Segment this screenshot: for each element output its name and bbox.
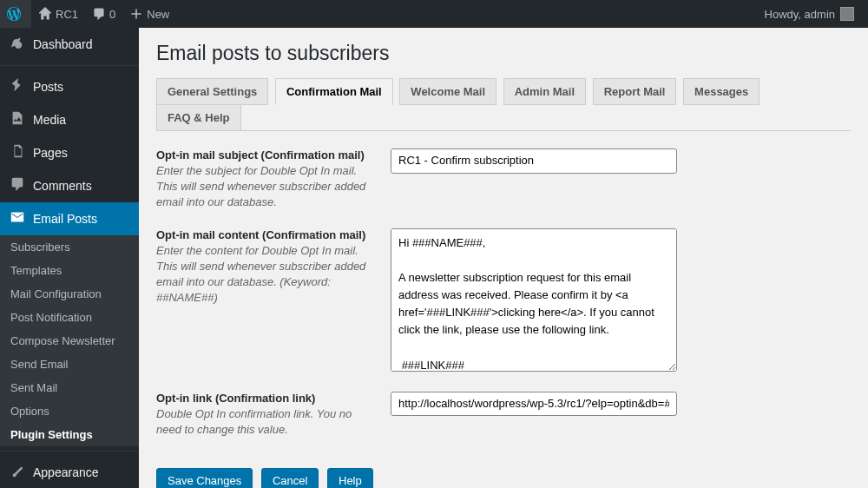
comment-icon (9, 176, 26, 195)
media-icon (9, 110, 26, 129)
sidebar-item-email-posts[interactable]: Email Posts (0, 202, 139, 235)
button-row: Save Changes Cancel Help (156, 468, 851, 488)
optin-link-label: Opt-in link (Confirmation link) (156, 392, 373, 405)
tab-admin-mail[interactable]: Admin Mail (503, 78, 586, 105)
optin-content-desc: Enter the content for Double Opt In mail… (156, 243, 373, 307)
wordpress-icon (7, 7, 21, 21)
comments-button[interactable]: 0 (85, 0, 122, 28)
brush-icon (9, 463, 26, 482)
my-account-button[interactable]: Howdy, admin (758, 0, 861, 28)
wp-logo-button[interactable] (0, 0, 31, 28)
page-title: Email posts to subscribers (156, 42, 851, 65)
optin-subject-input[interactable] (391, 148, 677, 174)
sidebar-item-dashboard[interactable]: Dashboard (0, 28, 139, 61)
sidebar-item-appearance[interactable]: Appearance (0, 456, 139, 488)
sidebar-item-media[interactable]: Media (0, 103, 139, 136)
settings-form: Opt-in mail subject (Confirmation mail) … (156, 148, 851, 455)
save-button[interactable]: Save Changes (156, 468, 253, 488)
new-content-button[interactable]: New (122, 0, 176, 28)
avatar (840, 7, 854, 21)
pin-icon (9, 77, 26, 96)
tab-report-mail[interactable]: Report Mail (593, 78, 677, 105)
email-posts-submenu: Subscribers Templates Mail Configuration… (0, 235, 139, 446)
submenu-plugin-settings[interactable]: Plugin Settings (0, 423, 139, 446)
submenu-mail-configuration[interactable]: Mail Configuration (0, 282, 139, 306)
sidebar-item-pages[interactable]: Pages (0, 136, 139, 169)
sidebar-item-posts[interactable]: Posts (0, 70, 139, 103)
submenu-templates[interactable]: Templates (0, 259, 139, 282)
optin-content-textarea[interactable] (391, 228, 677, 372)
optin-subject-desc: Enter the subject for Double Opt In mail… (156, 163, 373, 211)
new-label: New (147, 8, 169, 21)
submenu-subscribers[interactable]: Subscribers (0, 235, 139, 259)
comments-count: 0 (109, 8, 115, 21)
dashboard-icon (9, 35, 26, 54)
optin-link-input[interactable] (391, 392, 677, 417)
submenu-send-email[interactable]: Send Email (0, 353, 139, 376)
admin-bar: RC1 0 New Howdy, admin (0, 0, 868, 28)
cancel-button[interactable]: Cancel (261, 468, 319, 488)
site-name-label: RC1 (56, 8, 78, 21)
tab-confirmation-mail[interactable]: Confirmation Mail (275, 78, 393, 105)
content-area: Email posts to subscribers General Setti… (139, 28, 868, 488)
site-name-button[interactable]: RC1 (31, 0, 85, 28)
plus-icon (129, 7, 143, 21)
optin-subject-label: Opt-in mail subject (Confirmation mail) (156, 148, 373, 162)
home-icon (38, 7, 52, 21)
submenu-sent-mail[interactable]: Sent Mail (0, 376, 139, 399)
tab-general-settings[interactable]: General Settings (156, 78, 268, 105)
submenu-compose-newsletter[interactable]: Compose Newsletter (0, 329, 139, 353)
tab-welcome-mail[interactable]: Welcome Mail (399, 78, 496, 105)
email-icon (9, 209, 26, 228)
sidebar-item-comments[interactable]: Comments (0, 169, 139, 202)
optin-content-label: Opt-in mail content (Confirmation mail) (156, 228, 373, 241)
tab-faq-help[interactable]: FAQ & Help (156, 104, 241, 131)
submenu-post-notification[interactable]: Post Notification (0, 306, 139, 329)
optin-link-desc: Double Opt In confirmation link. You no … (156, 406, 373, 438)
comment-icon (92, 7, 106, 21)
tab-messages[interactable]: Messages (683, 78, 760, 105)
page-icon (9, 143, 26, 162)
howdy-text: Howdy, admin (765, 8, 835, 21)
admin-sidebar: Dashboard Posts Media Pages Comments Ema… (0, 28, 139, 488)
submenu-options[interactable]: Options (0, 399, 139, 423)
help-button[interactable]: Help (327, 468, 373, 488)
tabs-wrapper: General Settings Confirmation Mail Welco… (156, 78, 851, 131)
